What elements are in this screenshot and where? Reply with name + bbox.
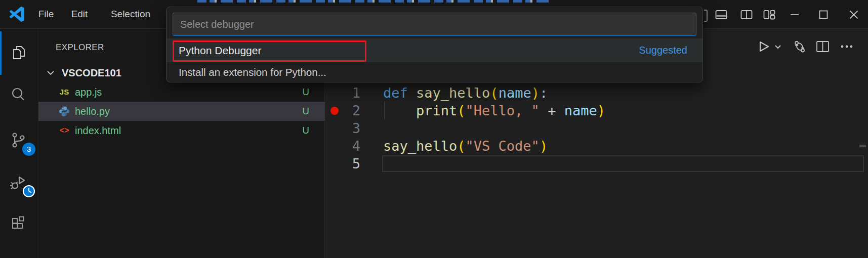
folder-name: VSCODE101 <box>62 63 121 82</box>
quickpick-panel: Python Debugger Suggested Install an ext… <box>166 7 703 82</box>
file-name: index.html <box>75 121 121 140</box>
js-file-icon: JS <box>58 82 71 102</box>
split-editor-icon[interactable] <box>815 39 830 54</box>
sidebar-title: EXPLORER <box>56 42 104 53</box>
run-dropdown-icon[interactable] <box>773 39 783 54</box>
explorer-icon[interactable] <box>9 43 29 63</box>
code-line[interactable]: def say_hello(name): <box>383 84 548 102</box>
open-changes-icon[interactable] <box>792 39 807 54</box>
clipped-window-title-text <box>197 0 552 3</box>
git-status-badge: U <box>302 102 309 121</box>
file-row-hellopy[interactable]: hello.py U <box>38 102 325 121</box>
html-file-icon: <> <box>58 121 71 140</box>
vscode-window: File Edit Selection <box>0 0 868 258</box>
current-line-highlight <box>382 155 864 172</box>
toggle-secondary-sidebar-icon[interactable] <box>739 8 754 22</box>
file-row-appjs[interactable]: JS app.js U <box>38 82 325 102</box>
quickpick-input[interactable] <box>173 13 696 35</box>
source-control-badge: 3 <box>21 142 36 157</box>
line-number-active: 5 <box>325 155 360 173</box>
run-icon[interactable] <box>756 39 771 54</box>
code-line[interactable]: print("Hello, " + name) <box>383 102 605 119</box>
active-view-indicator <box>0 31 2 75</box>
file-name: hello.py <box>75 102 110 121</box>
menu-edit[interactable]: Edit <box>69 0 90 28</box>
debug-pending-clock-badge <box>21 184 36 199</box>
vscode-logo-icon <box>9 7 24 22</box>
overview-ruler-mark <box>859 145 866 147</box>
python-file-icon <box>58 102 71 121</box>
git-status-badge: U <box>302 82 309 102</box>
toggle-primary-sidebar-icon[interactable] <box>704 10 708 22</box>
line-number: 3 <box>325 119 360 137</box>
red-annotation-box <box>173 40 366 62</box>
search-icon[interactable] <box>9 85 29 105</box>
activity-bar: 3 <box>0 29 38 258</box>
close-icon[interactable] <box>847 8 861 22</box>
extensions-icon[interactable] <box>9 212 29 233</box>
git-status-badge: U <box>302 121 309 140</box>
toggle-panel-icon[interactable] <box>714 8 728 22</box>
maximize-icon[interactable] <box>816 8 831 22</box>
more-actions-icon[interactable] <box>839 39 854 54</box>
suggested-badge: Suggested <box>639 38 687 62</box>
menu-file[interactable]: File <box>35 0 57 28</box>
chevron-down-icon <box>47 70 55 76</box>
line-number: 1 <box>325 84 360 102</box>
file-name: app.js <box>75 82 102 102</box>
customize-layout-icon[interactable] <box>762 8 776 22</box>
file-row-indexhtml[interactable]: <> index.html U <box>38 121 325 140</box>
quickpick-item-install-extension[interactable]: Install an extension for Python... <box>167 62 702 83</box>
line-number: 2 <box>325 102 360 119</box>
code-line[interactable]: say_hello("VS Code") <box>383 137 548 155</box>
quickpick-input-box <box>173 13 696 36</box>
minimize-icon[interactable] <box>788 8 802 22</box>
menu-selection[interactable]: Selection <box>101 0 160 28</box>
line-number: 4 <box>325 137 360 155</box>
quickpick-item-label: Install an extension for Python... <box>179 62 326 83</box>
